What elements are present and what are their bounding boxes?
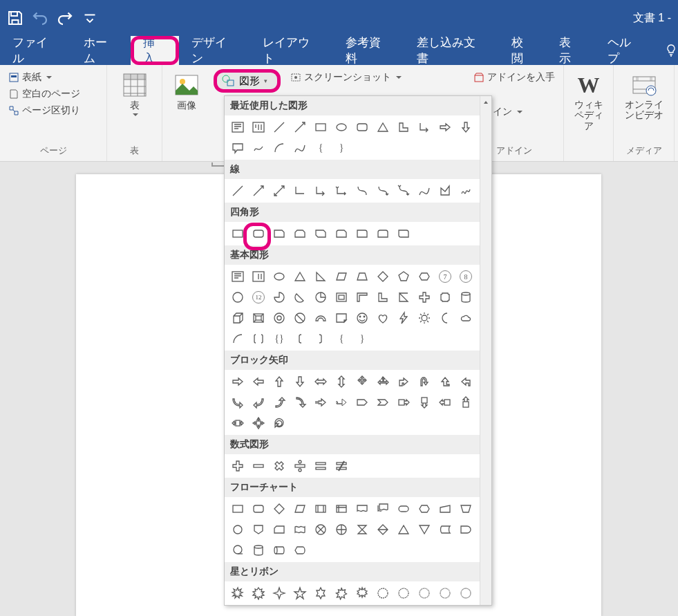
fc-internal[interactable] [331, 498, 352, 519]
fc-merge[interactable] [414, 519, 435, 540]
basic-cloud[interactable] [455, 308, 476, 328]
line-scribble[interactable] [455, 180, 476, 201]
shapes-dropdown-button[interactable]: 図形 ▾ [214, 69, 281, 93]
arrow-left[interactable] [248, 371, 269, 392]
fc-manual-input[interactable] [435, 498, 455, 519]
tell-me[interactable] [655, 36, 678, 65]
star-16pt[interactable] [414, 583, 435, 604]
basic-chord[interactable] [290, 287, 310, 308]
fc-offpage[interactable] [248, 519, 269, 540]
eq-minus[interactable] [248, 456, 269, 476]
basic-plaque[interactable] [435, 287, 455, 308]
line-elbow[interactable] [290, 180, 310, 201]
basic-block-arc[interactable] [310, 308, 331, 328]
tab-layout[interactable]: レイアウト [250, 36, 333, 65]
fc-direct[interactable] [269, 540, 290, 561]
arrow-right[interactable] [227, 371, 248, 392]
star-6pt[interactable] [310, 583, 331, 604]
basic-dodecagon[interactable]: 12 [248, 287, 269, 308]
arrow-callout-lr[interactable] [227, 413, 248, 433]
basic-no-symbol[interactable] [290, 308, 310, 328]
arrow-callout-d[interactable] [414, 392, 435, 413]
line-curve-conn[interactable] [352, 180, 373, 201]
basic-hexagon[interactable] [414, 266, 435, 287]
basic-right-bracket[interactable] [310, 328, 331, 349]
arrow-chevron[interactable] [373, 392, 393, 413]
screenshot-button[interactable]: スクリーンショット [288, 69, 404, 86]
arrow-up[interactable] [269, 371, 290, 392]
basic-rt-triangle[interactable] [310, 266, 331, 287]
basic-diagonal[interactable] [393, 287, 414, 308]
basic-triangle[interactable] [290, 266, 310, 287]
star-32pt[interactable] [455, 583, 476, 604]
basic-teardrop[interactable] [310, 287, 331, 308]
fc-data[interactable] [290, 498, 310, 519]
fc-magnetic[interactable] [248, 540, 269, 561]
shape-line-arrow[interactable] [290, 117, 310, 138]
rect-snip2diag[interactable] [310, 223, 331, 244]
eq-multiply[interactable] [269, 456, 290, 476]
basic-textbox[interactable] [227, 266, 248, 287]
qat-customize[interactable] [82, 10, 98, 26]
rect-snip2same[interactable] [290, 223, 310, 244]
fc-process[interactable] [227, 498, 248, 519]
line-elbow-arrow[interactable] [310, 180, 331, 201]
star-explosion1[interactable] [227, 583, 248, 604]
basic-pie[interactable] [269, 287, 290, 308]
get-addins-button[interactable]: アドインを入手 [471, 69, 558, 86]
arrow-down[interactable] [290, 371, 310, 392]
tab-help[interactable]: ヘルプ [595, 36, 655, 65]
arrow-updown[interactable] [331, 371, 352, 392]
rect-rounded[interactable] [248, 223, 269, 244]
rect-snip1[interactable] [269, 223, 290, 244]
shape-callout[interactable] [227, 138, 248, 158]
fc-display[interactable] [290, 540, 310, 561]
fc-sort[interactable] [373, 519, 393, 540]
basic-smiley[interactable] [352, 308, 373, 328]
fc-extract[interactable] [393, 519, 414, 540]
line-curve-arrow[interactable] [373, 180, 393, 201]
fc-or[interactable] [331, 519, 352, 540]
line-basic[interactable] [227, 180, 248, 201]
arrow-notched[interactable] [331, 392, 352, 413]
rect-round2same[interactable] [373, 223, 393, 244]
basic-parallelogram[interactable] [331, 266, 352, 287]
line-arrow[interactable] [248, 180, 269, 201]
shape-arc[interactable] [269, 138, 290, 158]
tab-references[interactable]: 参考資料 [333, 36, 404, 65]
tab-mailmerge[interactable]: 差し込み文書 [404, 36, 499, 65]
basic-left-brace[interactable]: { [331, 328, 352, 349]
fc-collate[interactable] [352, 519, 373, 540]
wikipedia-button[interactable]: W ウィキペディア [569, 69, 608, 133]
rect-round2diag[interactable] [393, 223, 414, 244]
cover-page-button[interactable]: 表紙 [6, 69, 101, 86]
online-video-button[interactable]: オンラインビデオ [619, 69, 668, 122]
page-break-button[interactable]: ページ区切り [6, 102, 101, 119]
eq-notequal[interactable] [331, 456, 352, 476]
basic-right-brace[interactable]: } [352, 328, 373, 349]
fc-terminator[interactable] [393, 498, 414, 519]
shapes-scrollbar[interactable] [480, 96, 491, 605]
basic-frame[interactable] [331, 287, 352, 308]
undo-button[interactable] [32, 10, 48, 26]
tab-file[interactable]: ファイル [0, 36, 71, 65]
basic-cylinder[interactable] [455, 287, 476, 308]
fc-delay[interactable] [455, 519, 476, 540]
arrow-pentagon[interactable] [352, 392, 373, 413]
basic-arc2[interactable] [227, 328, 248, 349]
basic-pentagon[interactable] [393, 266, 414, 287]
arrow-leftrightup[interactable] [373, 371, 393, 392]
shape-down-arrow[interactable] [455, 117, 476, 138]
shape-rectangle[interactable] [310, 117, 331, 138]
basic-heptagon[interactable]: 7 [435, 266, 455, 287]
rect-basic[interactable] [227, 223, 248, 244]
shape-l-shape[interactable] [393, 117, 414, 138]
scroll-up-icon[interactable] [480, 96, 491, 108]
fc-predefined[interactable] [310, 498, 331, 519]
fc-tape[interactable] [290, 519, 310, 540]
arrow-circular[interactable] [269, 413, 290, 433]
shape-close-brace[interactable]: } [331, 138, 352, 158]
arrow-curve-down[interactable] [290, 392, 310, 413]
table-button[interactable]: 表 [116, 69, 153, 119]
fc-card[interactable] [269, 519, 290, 540]
